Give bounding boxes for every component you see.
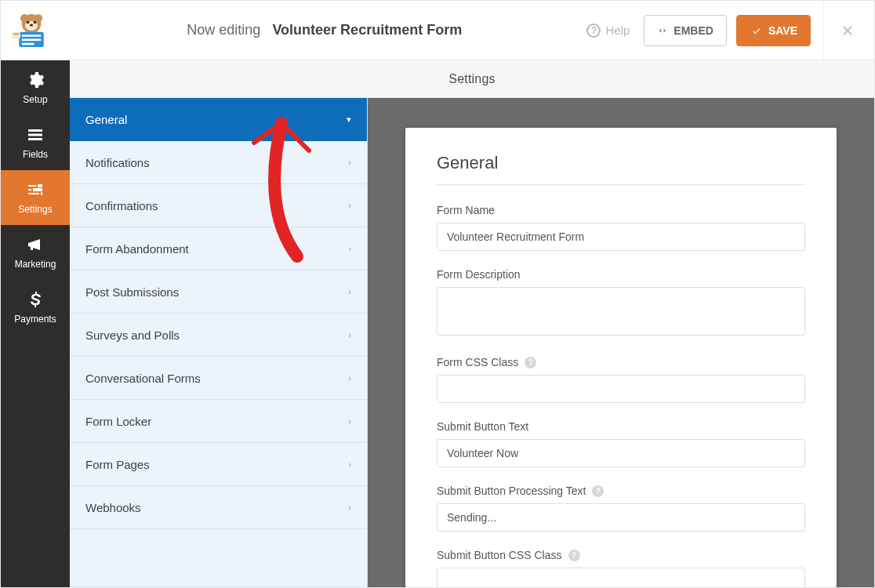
rail-label: Marketing [15,259,56,270]
field-form-description: Form Description [437,268,805,339]
sidebar-item-label: Conversational Forms [85,372,201,385]
settings-sidebar: General ▾ Notifications › Confirmations … [70,98,368,587]
sidebar-item-post-submissions[interactable]: Post Submissions › [70,270,367,314]
sidebar-item-label: Surveys and Polls [85,328,180,342]
sidebar-item-notifications[interactable]: Notifications › [70,141,367,184]
field-submit-css-class: Submit Button CSS Class ? [437,549,805,587]
app-logo [9,8,54,53]
close-button[interactable] [823,1,860,60]
dollar-icon [26,290,45,309]
sidebar-item-form-pages[interactable]: Form Pages › [70,443,367,486]
label-form-name: Form Name [437,204,805,216]
hint-icon[interactable]: ? [592,485,604,497]
chevron-right-icon: › [348,416,351,426]
rail-item-fields[interactable]: Fields [1,115,70,170]
svg-rect-12 [13,33,19,34]
save-button[interactable]: SAVE [736,15,811,46]
chevron-right-icon: › [348,287,351,296]
rail-label: Payments [14,314,56,325]
page-header: Settings [70,60,874,98]
label-submit-css-class: Submit Button CSS Class ? [437,549,805,561]
sidebar-item-general[interactable]: General ▾ [70,98,367,141]
input-form-name[interactable] [437,223,805,251]
chevron-right-icon: › [348,158,351,167]
field-submit-text: Submit Button Text [437,420,805,467]
chevron-right-icon: › [348,503,351,512]
input-form-css-class[interactable] [437,375,805,403]
embed-label: EMBED [673,24,713,37]
sidebar-item-form-locker[interactable]: Form Locker › [70,400,367,443]
sidebar-item-label: Post Submissions [85,285,179,299]
sidebar-item-label: Confirmations [85,199,158,212]
close-icon [840,23,855,38]
sidebar-item-label: Webhooks [85,501,141,514]
nav-rail: Setup Fields Settings Marketing Payments [1,60,70,587]
rail-label: Settings [18,204,52,215]
help-icon: ? [586,24,601,38]
hint-icon[interactable]: ? [568,550,580,561]
top-bar: Now editing Volunteer Recruitment Form ?… [1,1,874,60]
sidebar-item-confirmations[interactable]: Confirmations › [70,184,367,227]
rail-item-setup[interactable]: Setup [1,60,70,115]
field-submit-processing: Submit Button Processing Text ? [437,485,805,532]
editing-prefix: Now editing [187,22,260,38]
rail-item-payments[interactable]: Payments [1,280,70,335]
sidebar-item-form-abandonment[interactable]: Form Abandonment › [70,227,367,270]
hint-icon[interactable]: ? [525,357,536,368]
input-submit-text[interactable] [437,439,805,467]
field-form-css-class: Form CSS Class ? [437,356,805,403]
sidebar-item-label: Notifications [85,156,150,169]
sidebar-item-conversational[interactable]: Conversational Forms › [70,357,367,400]
label-submit-processing: Submit Button Processing Text ? [437,485,805,497]
settings-panel: General Form Name Form Description Form … [405,128,837,587]
check-icon [751,25,762,36]
chevron-right-icon: › [348,373,351,383]
help-label: Help [605,24,630,37]
label-form-description: Form Description [437,268,805,281]
label-submit-text: Submit Button Text [437,420,805,433]
svg-rect-11 [13,31,21,38]
textarea-form-description[interactable] [437,287,805,336]
svg-rect-10 [22,42,34,45]
help-link[interactable]: ? Help [586,24,630,38]
sidebar-item-label: Form Abandonment [85,242,189,256]
chevron-right-icon: › [348,330,351,339]
svg-rect-9 [22,38,42,41]
field-form-name: Form Name [437,204,805,251]
code-icon [657,25,668,36]
svg-point-4 [27,20,30,24]
sidebar-item-surveys[interactable]: Surveys and Polls › [70,314,367,357]
gear-icon [26,71,45,89]
input-submit-processing[interactable] [437,503,805,532]
sidebar-item-label: General [85,113,127,126]
page-title: Now editing Volunteer Recruitment Form [62,22,586,38]
sidebar-item-label: Form Locker [85,415,151,428]
chevron-right-icon: › [348,459,351,469]
svg-rect-8 [22,34,42,37]
rail-label: Fields [23,149,48,160]
rail-item-settings[interactable]: Settings [1,170,70,225]
rail-label: Setup [23,94,47,105]
megaphone-icon [26,235,45,254]
svg-point-6 [30,24,33,26]
sidebar-item-label: Form Pages [85,458,150,471]
list-icon [26,125,45,144]
svg-point-5 [34,20,37,24]
label-form-css-class: Form CSS Class ? [437,356,805,368]
embed-button[interactable]: EMBED [644,15,727,46]
form-title: Volunteer Recruitment Form [272,22,462,38]
chevron-right-icon: › [348,244,351,253]
rail-item-marketing[interactable]: Marketing [1,225,70,280]
panel-heading: General [437,153,805,185]
input-submit-css-class[interactable] [437,568,805,587]
sidebar-item-webhooks[interactable]: Webhooks › [70,486,367,529]
chevron-right-icon: › [348,201,351,210]
sliders-icon [26,180,45,199]
save-label: SAVE [768,24,797,37]
chevron-down-icon: ▾ [347,114,351,125]
